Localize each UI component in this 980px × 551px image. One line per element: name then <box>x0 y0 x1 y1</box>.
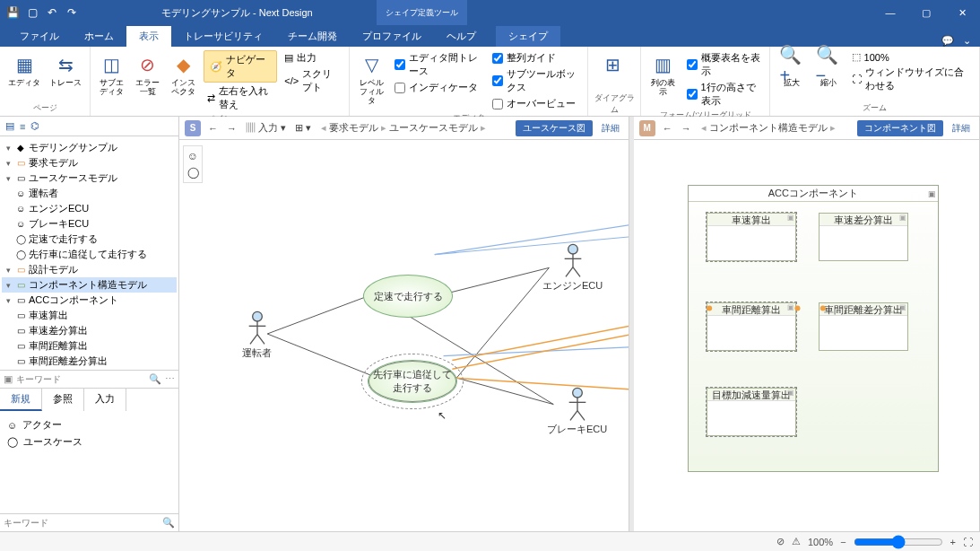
detail-link-right[interactable]: 詳細 <box>949 122 974 135</box>
lowertab-ref[interactable]: 参照 <box>42 389 84 411</box>
chk-indicator[interactable]: インディケータ <box>391 80 484 95</box>
undo-icon[interactable]: ↶ <box>45 5 59 20</box>
usecase-canvas[interactable]: ☺ ◯ <box>179 140 629 531</box>
sidetab-model-icon[interactable]: ▤ <box>4 118 16 134</box>
chk-editor-trace[interactable]: エディタ間トレース <box>391 50 484 79</box>
fit-window-status[interactable]: ⛶ <box>963 537 973 547</box>
tree-req-model[interactable]: ▾▭要求モデル <box>2 155 177 171</box>
sidetab-hierarchy-icon[interactable]: ⌬ <box>29 118 41 134</box>
palette-actor-icon[interactable]: ☺ <box>184 150 202 162</box>
tree-c1[interactable]: ▭車速算出 <box>2 308 177 323</box>
bottom-search-input[interactable] <box>4 518 159 528</box>
chk-single-row-height[interactable]: 1行の高さで表示 <box>683 80 765 109</box>
search-icon[interactable]: 🔍 <box>162 517 175 529</box>
search-icon[interactable]: 🔍 <box>149 373 161 385</box>
diagram-type-badge[interactable]: ユースケース図 <box>516 120 593 136</box>
subeditor-button[interactable]: ◫サブエディタ <box>96 48 128 101</box>
tree-driver[interactable]: ☺運転者 <box>2 186 177 201</box>
zoom-in-button[interactable]: 🔍+拡大 <box>776 48 808 92</box>
block-b5[interactable]: 目標加減速量算出▣ <box>707 388 796 436</box>
new-icon[interactable]: ▢ <box>25 5 39 20</box>
status-error-icon[interactable]: ⊘ <box>776 536 785 547</box>
tab-profile[interactable]: プロファイル <box>350 26 434 47</box>
tab-view[interactable]: 表示 <box>126 26 171 47</box>
actor-driver[interactable]: 運転者 <box>242 310 272 360</box>
lowertab-input[interactable]: 入力 <box>84 389 126 411</box>
chk-overview[interactable]: オーバービュー <box>489 96 582 111</box>
component-canvas[interactable]: ACCコンポーネント▣ 車速算出▣ 車速差分算出▣ 車間距離算出▣ 車間距離差分… <box>634 140 979 531</box>
chk-subtoolbox[interactable]: サブツールボックス <box>489 66 582 95</box>
create-usecase[interactable]: ◯ユースケース <box>5 433 173 450</box>
minimize-icon[interactable]: — <box>872 0 908 25</box>
script-button[interactable]: </>スクリプト <box>281 66 343 95</box>
tree-uc1[interactable]: ◯定速で走行する <box>2 232 177 247</box>
forward-icon[interactable]: → <box>680 121 693 136</box>
editor-page-button[interactable]: ▦エディタ <box>5 48 43 92</box>
chk-show-summary-name[interactable]: 概要表名を表示 <box>683 50 765 79</box>
collapse-ribbon-icon[interactable]: ⌄ <box>963 35 971 47</box>
tree-brake[interactable]: ☺ブレーキECU <box>2 216 177 232</box>
tree-engine[interactable]: ☺エンジンECU <box>2 201 177 216</box>
sidetab-project-icon[interactable]: ≡ <box>18 119 27 134</box>
actor-engine[interactable]: エンジンECU <box>542 243 603 293</box>
block-b4[interactable]: 車間距離差分算出▣ <box>819 302 908 351</box>
detail-link[interactable]: 詳細 <box>598 122 623 135</box>
actor-brake[interactable]: ブレーキECU <box>547 387 607 436</box>
zoom-in-status[interactable]: + <box>950 537 956 547</box>
back-icon[interactable]: ← <box>661 121 674 136</box>
tab-trace[interactable]: トレーサビリティ <box>171 26 275 47</box>
tree-usecase-model[interactable]: ▾▭ユースケースモデル <box>2 171 177 186</box>
block-b3[interactable]: 車間距離算出▣ <box>707 302 796 351</box>
search-options-icon[interactable]: ⋯ <box>165 373 175 385</box>
tree-design-model[interactable]: ▾▭設計モデル <box>2 262 177 277</box>
swap-lr-button[interactable]: ⇄左右を入れ替え <box>204 83 277 112</box>
tab-file[interactable]: ファイル <box>7 26 72 47</box>
usecase-2[interactable]: 先行車に追従して走行する <box>368 360 457 403</box>
close-icon[interactable]: ✕ <box>944 0 980 25</box>
tree-root[interactable]: ▾◆モデリングサンプル <box>2 140 177 155</box>
usecase-1[interactable]: 定速で走行する <box>363 275 453 318</box>
diagram-button[interactable]: ⊞ <box>594 48 631 92</box>
level-filter-button[interactable]: ▽レベルフィルタ <box>355 48 387 109</box>
diagram-type-badge-right[interactable]: コンポーネント図 <box>857 120 943 136</box>
back-icon[interactable]: ← <box>206 121 220 136</box>
tab-help[interactable]: ヘルプ <box>434 26 489 47</box>
palette-oval-icon[interactable]: ◯ <box>184 166 202 179</box>
chk-align-guide[interactable]: 整列ガイド <box>489 50 582 66</box>
navigator-button[interactable]: 🧭ナビゲータ <box>204 50 277 83</box>
lowertab-new[interactable]: 新規 <box>0 389 42 411</box>
feedback-icon[interactable]: 💬 <box>941 35 954 47</box>
status-warn-icon[interactable]: ⚠ <box>792 536 801 547</box>
tree-search-input[interactable] <box>16 374 145 384</box>
tree-c2[interactable]: ▭車速差分算出 <box>2 323 177 338</box>
filter-icon[interactable]: ▣ <box>4 373 13 385</box>
redo-icon[interactable]: ↷ <box>65 5 79 20</box>
zoom-fit[interactable]: ⛶ウィンドウサイズに合わせる <box>848 65 974 93</box>
zoom-out-button[interactable]: 🔍−縮小 <box>811 48 844 92</box>
trace-page-button[interactable]: ⇆トレース <box>47 48 84 92</box>
tree-component-model[interactable]: ▾▭コンポーネント構造モデル <box>2 277 177 293</box>
tree-c3[interactable]: ▭車間距離算出 <box>2 338 177 354</box>
breadcrumb[interactable]: ◂要求モデル▸ユースケースモデル▸ <box>318 121 489 135</box>
tab-team[interactable]: チーム開発 <box>275 26 350 47</box>
acc-component[interactable]: ACCコンポーネント▣ 車速算出▣ 車速差分算出▣ 車間距離算出▣ 車間距離差分… <box>688 185 939 472</box>
tab-home[interactable]: ホーム <box>72 26 126 47</box>
inspector-button[interactable]: ◆インスペクタ <box>168 48 200 101</box>
layout-dropdown[interactable]: ⊞ ▾ <box>293 120 313 136</box>
errors-button[interactable]: ⊘エラー一覧 <box>132 48 164 101</box>
breadcrumb-right[interactable]: ◂コンポーネント構造モデル▸ <box>698 121 838 135</box>
tree-acc[interactable]: ▾▭ACCコンポーネント <box>2 293 177 308</box>
block-b1[interactable]: 車速算出▣ <box>707 213 796 261</box>
column-view-button[interactable]: ▥列の表示 <box>646 48 679 101</box>
forward-icon[interactable]: → <box>225 121 238 136</box>
tree-c4[interactable]: ▭車間距離差分算出 <box>2 354 177 369</box>
zoom-slider[interactable] <box>854 535 943 549</box>
tab-shape[interactable]: シェイプ <box>496 26 560 47</box>
maximize-icon[interactable]: ▢ <box>908 0 944 25</box>
tree-uc2[interactable]: ◯先行車に追従して走行する <box>2 247 177 262</box>
create-actor[interactable]: ☺アクター <box>5 416 173 433</box>
zoom-out-status[interactable]: − <box>840 537 846 547</box>
save-icon[interactable]: 💾 <box>5 5 20 20</box>
zoom-100pct[interactable]: ⬚100% <box>848 50 974 64</box>
input-dropdown[interactable]: ▥ 入力 ▾ <box>244 119 288 136</box>
